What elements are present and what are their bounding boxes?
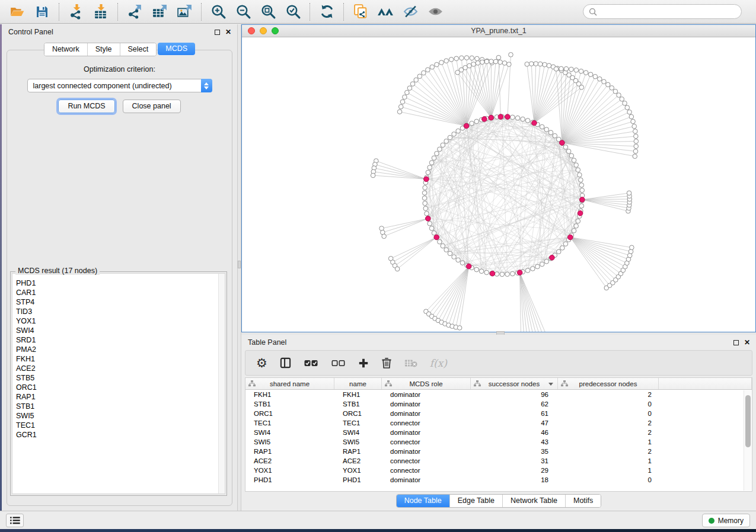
mcds-result-item[interactable]: STB5 bbox=[12, 373, 225, 383]
delete-table-button-disabled bbox=[404, 358, 417, 368]
show-all-button[interactable] bbox=[423, 2, 448, 22]
tab-edge-table[interactable]: Edge Table bbox=[449, 495, 502, 507]
zoom-in-button[interactable] bbox=[206, 2, 231, 22]
table-settings-button[interactable]: ⚙ bbox=[256, 357, 267, 369]
import-table-button[interactable] bbox=[88, 2, 113, 22]
select-all-columns-button[interactable] bbox=[304, 359, 318, 367]
zoom-selected-button[interactable] bbox=[280, 2, 305, 22]
table-cell: ORC1 bbox=[334, 409, 382, 418]
unselect-all-columns-button[interactable] bbox=[331, 359, 346, 367]
column-header-name[interactable]: name bbox=[334, 378, 382, 389]
tab-group: NetworkStyleSelect bbox=[44, 43, 157, 56]
mcds-result-item[interactable]: TID3 bbox=[12, 307, 225, 316]
selected-criterion: largest connected component (undirected) bbox=[28, 82, 201, 90]
table-cell: connector bbox=[382, 418, 471, 428]
tab-style[interactable]: Style bbox=[87, 43, 120, 56]
table-row[interactable]: YOX1YOX1connector291 bbox=[245, 466, 744, 475]
mcds-result-item[interactable]: STB1 bbox=[12, 402, 225, 411]
tab-network-table[interactable]: Network Table bbox=[502, 495, 565, 507]
zoom-in-icon bbox=[210, 4, 227, 20]
table-cell bbox=[659, 409, 744, 418]
mcds-result-item[interactable]: SWI4 bbox=[12, 326, 225, 335]
run-mcds-button[interactable]: Run MCDS bbox=[58, 100, 114, 113]
delete-columns-button[interactable] bbox=[381, 357, 392, 369]
table-cell: 43 bbox=[471, 437, 558, 447]
table-cell: FKH1 bbox=[245, 390, 334, 399]
tab-network[interactable]: Network bbox=[44, 43, 87, 56]
mcds-result-item[interactable]: PHD1 bbox=[12, 278, 225, 288]
mcds-result-item[interactable]: ORC1 bbox=[12, 383, 225, 392]
export-table-button[interactable] bbox=[147, 2, 172, 22]
column-header-predecessor-nodes[interactable]: predecessor nodes bbox=[558, 378, 659, 389]
close-panel-icon[interactable]: ✕ bbox=[225, 30, 231, 35]
close-panel-icon[interactable]: ✕ bbox=[744, 340, 750, 345]
table-cell: 2 bbox=[558, 428, 659, 437]
clone-network-button[interactable] bbox=[348, 2, 373, 22]
mcds-result-item[interactable]: ACE2 bbox=[12, 364, 225, 373]
export-image-button[interactable] bbox=[172, 2, 197, 22]
column-header-successor-nodes[interactable]: successor nodes bbox=[471, 378, 558, 389]
optimization-criterion-select[interactable]: largest connected component (undirected) bbox=[27, 79, 212, 92]
splitter-grip[interactable] bbox=[238, 261, 241, 268]
mcds-result-item[interactable]: PMA2 bbox=[12, 345, 225, 354]
zoom-fit-button[interactable] bbox=[256, 2, 280, 22]
table-row[interactable]: STB1STB1dominator620 bbox=[245, 399, 744, 409]
tab-select[interactable]: Select bbox=[120, 43, 157, 56]
close-panel-button[interactable]: Close panel bbox=[123, 100, 181, 113]
table-row[interactable]: TEC1TEC1connector472 bbox=[245, 418, 744, 428]
import-network-button[interactable] bbox=[63, 2, 88, 22]
table-row[interactable]: RAP1RAP1dominator352 bbox=[245, 447, 744, 456]
mcds-result-item[interactable]: FKH1 bbox=[12, 354, 225, 364]
float-panel-icon[interactable] bbox=[733, 340, 739, 345]
tab-motifs[interactable]: Motifs bbox=[565, 495, 601, 507]
table-cell: RAP1 bbox=[334, 447, 382, 456]
first-neighbors-button[interactable] bbox=[373, 2, 398, 22]
mcds-result-item[interactable]: RAP1 bbox=[12, 392, 225, 402]
show-columns-button[interactable] bbox=[280, 357, 291, 368]
search-input[interactable] bbox=[600, 7, 736, 17]
zoom-out-button[interactable] bbox=[231, 2, 256, 22]
tab-mcds[interactable]: MCDS bbox=[158, 43, 195, 55]
list-scrollbar[interactable] bbox=[218, 274, 225, 493]
open-session-button[interactable] bbox=[5, 2, 30, 22]
table-row[interactable]: ACE2ACE2connector311 bbox=[245, 456, 744, 466]
float-panel-icon[interactable] bbox=[215, 30, 220, 35]
mcds-result-item[interactable]: SWI5 bbox=[12, 411, 225, 421]
mcds-result-item[interactable]: CAR1 bbox=[12, 288, 225, 297]
memory-button[interactable]: Memory bbox=[702, 514, 750, 527]
scrollbar-thumb[interactable] bbox=[745, 395, 751, 447]
mcds-result-item[interactable]: SRD1 bbox=[12, 335, 225, 345]
export-network-button[interactable] bbox=[122, 2, 147, 22]
tab-node-table[interactable]: Node Table bbox=[397, 495, 449, 507]
mcds-result-item[interactable]: YOX1 bbox=[12, 316, 225, 326]
hide-selected-button[interactable] bbox=[398, 2, 423, 22]
table-row[interactable]: PHD1PHD1dominator180 bbox=[245, 475, 744, 485]
export-table-icon bbox=[152, 4, 168, 20]
toolbar-separator bbox=[117, 3, 118, 21]
save-session-button[interactable] bbox=[30, 2, 55, 22]
table-scrollbar[interactable] bbox=[744, 390, 751, 491]
control-panel: Control Panel ✕ NetworkStyleSelectMCDS O… bbox=[2, 24, 237, 511]
column-label: successor nodes bbox=[489, 380, 540, 387]
memory-label: Memory bbox=[718, 517, 744, 525]
table-row[interactable]: ORC1ORC1dominator610 bbox=[245, 409, 744, 418]
column-header-shared-name[interactable]: shared name bbox=[245, 378, 334, 389]
column-label: MCDS role bbox=[409, 380, 442, 387]
table-rows: FKH1FKH1dominator962STB1STB1dominator620… bbox=[245, 390, 744, 491]
table-row[interactable]: SWI5SWI5connector431 bbox=[245, 437, 744, 447]
vertical-splitter[interactable] bbox=[237, 24, 241, 511]
table-cell: TEC1 bbox=[245, 418, 334, 428]
table-cell bbox=[659, 428, 744, 437]
network-canvas[interactable] bbox=[242, 37, 755, 332]
task-history-button[interactable] bbox=[6, 514, 24, 527]
refresh-view-button[interactable] bbox=[314, 2, 339, 22]
mcds-result-item[interactable]: STP4 bbox=[12, 297, 225, 307]
create-column-button[interactable] bbox=[358, 358, 369, 368]
mcds-result-item[interactable]: TEC1 bbox=[12, 421, 225, 430]
mcds-result-item[interactable]: GCR1 bbox=[12, 430, 225, 440]
column-header-MCDS-role[interactable]: MCDS role bbox=[382, 378, 471, 389]
table-row[interactable]: FKH1FKH1dominator962 bbox=[245, 390, 744, 399]
export-image-icon bbox=[177, 4, 193, 20]
table-row[interactable]: SWI4SWI4dominator462 bbox=[245, 428, 744, 437]
table-cell: 0 bbox=[558, 409, 659, 418]
